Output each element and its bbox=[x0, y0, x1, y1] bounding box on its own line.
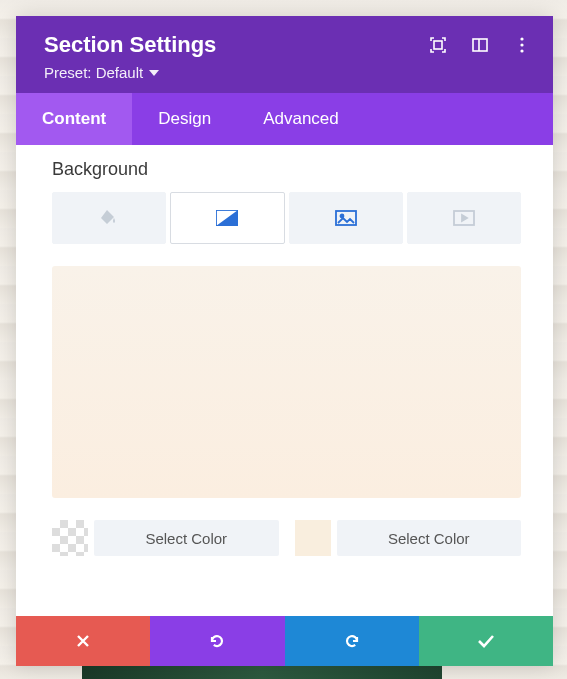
color-stop-2: Select Color bbox=[295, 520, 522, 556]
undo-button[interactable] bbox=[150, 616, 284, 666]
settings-panel: Section Settings bbox=[16, 16, 553, 666]
gradient-preview[interactable] bbox=[52, 266, 521, 498]
redo-icon bbox=[343, 632, 361, 650]
chevron-down-icon bbox=[149, 70, 159, 76]
gradient-icon bbox=[216, 210, 238, 226]
preset-dropdown[interactable]: Preset: Default bbox=[44, 64, 531, 81]
footer-actions bbox=[16, 616, 553, 666]
paint-bucket-icon bbox=[99, 208, 119, 228]
color-swatch-1[interactable] bbox=[52, 520, 88, 556]
svg-point-4 bbox=[520, 43, 523, 46]
cancel-button[interactable] bbox=[16, 616, 150, 666]
svg-rect-1 bbox=[473, 39, 487, 51]
header-top-row: Section Settings bbox=[44, 32, 531, 58]
background-heading: Background bbox=[52, 159, 521, 180]
video-icon bbox=[453, 210, 475, 226]
svg-rect-0 bbox=[434, 41, 442, 49]
redo-button[interactable] bbox=[285, 616, 419, 666]
confirm-button[interactable] bbox=[419, 616, 553, 666]
undo-icon bbox=[208, 632, 226, 650]
bg-type-color[interactable] bbox=[52, 192, 166, 244]
panel-title: Section Settings bbox=[44, 32, 216, 58]
tab-content[interactable]: Content bbox=[16, 93, 132, 145]
panel-header: Section Settings bbox=[16, 16, 553, 93]
content-area: Background bbox=[16, 145, 553, 666]
color-swatch-2[interactable] bbox=[295, 520, 331, 556]
header-action-icons bbox=[429, 36, 531, 54]
image-icon bbox=[335, 210, 357, 226]
bg-type-image[interactable] bbox=[289, 192, 403, 244]
svg-point-5 bbox=[520, 49, 523, 52]
svg-point-3 bbox=[520, 37, 523, 40]
bg-type-gradient[interactable] bbox=[170, 192, 284, 244]
columns-icon[interactable] bbox=[471, 36, 489, 54]
preset-label: Preset: Default bbox=[44, 64, 143, 81]
tab-bar: Content Design Advanced bbox=[16, 93, 553, 145]
background-type-tabs bbox=[52, 192, 521, 244]
bg-type-video[interactable] bbox=[407, 192, 521, 244]
check-icon bbox=[477, 634, 495, 648]
select-color-button-1[interactable]: Select Color bbox=[94, 520, 279, 556]
color-picker-row: Select Color Select Color bbox=[52, 520, 521, 556]
tab-advanced[interactable]: Advanced bbox=[237, 93, 365, 145]
select-color-button-2[interactable]: Select Color bbox=[337, 520, 522, 556]
close-icon bbox=[75, 633, 91, 649]
color-stop-1: Select Color bbox=[52, 520, 279, 556]
expand-icon[interactable] bbox=[429, 36, 447, 54]
more-menu-icon[interactable] bbox=[513, 36, 531, 54]
tab-design[interactable]: Design bbox=[132, 93, 237, 145]
